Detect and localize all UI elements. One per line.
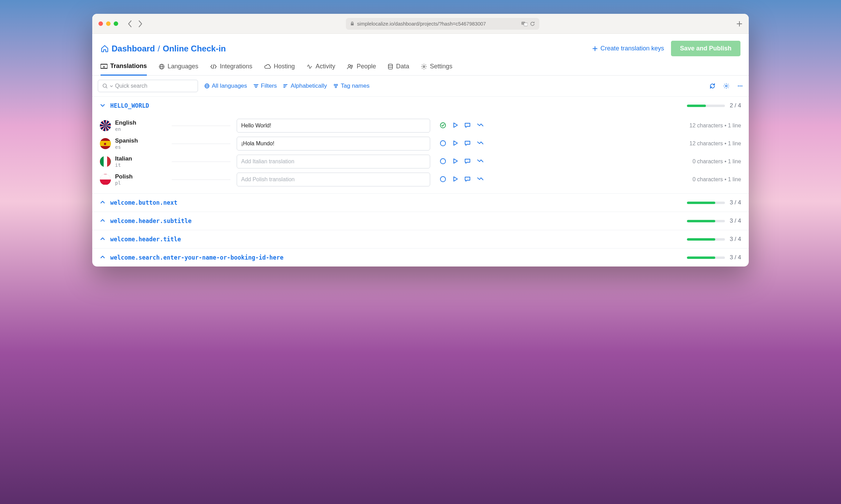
play-icon[interactable] (452, 122, 458, 129)
translation-input[interactable] (237, 119, 430, 133)
tab-translations[interactable]: A Translations (101, 62, 147, 76)
comment-icon[interactable] (464, 122, 471, 129)
comment-icon[interactable] (464, 176, 471, 183)
language-name: Polish (115, 173, 133, 180)
play-icon[interactable] (452, 176, 458, 183)
filter-filters[interactable]: Filters (253, 83, 277, 89)
globe-icon (159, 64, 165, 70)
svg-point-14 (336, 84, 338, 86)
progress-count: 3 / 4 (730, 199, 741, 206)
translation-input[interactable] (237, 155, 430, 168)
settings-icon[interactable] (723, 83, 729, 89)
close-window-button[interactable] (98, 21, 103, 26)
svg-point-7 (351, 65, 353, 67)
key-header[interactable]: welcome.button.next 3 / 4 (92, 194, 749, 212)
svg-point-8 (388, 64, 393, 66)
comment-icon[interactable] (464, 158, 471, 165)
tab-languages[interactable]: Languages (159, 62, 198, 75)
translation-row: English en 12 characters • 1 line (100, 117, 741, 135)
tab-integrations[interactable]: Integrations (210, 62, 252, 75)
status-complete-icon[interactable] (440, 122, 446, 129)
key-header[interactable]: HELLO_WORLD 2 / 4 (92, 97, 749, 115)
translation-input[interactable] (237, 137, 430, 151)
status-pending-icon[interactable] (440, 140, 446, 147)
svg-point-22 (441, 158, 446, 164)
language-code: it (115, 162, 132, 168)
language-name: Italian (115, 155, 132, 162)
code-icon (210, 64, 217, 69)
comment-icon[interactable] (464, 140, 471, 147)
activity-icon (306, 64, 313, 69)
svg-point-23 (441, 176, 446, 182)
divider (172, 126, 230, 126)
translate-icon[interactable] (521, 21, 528, 27)
svg-point-16 (726, 85, 727, 87)
key-header[interactable]: welcome.header.subtitle 3 / 4 (92, 212, 749, 230)
key-header[interactable]: welcome.search.enter-your-name-or-bookin… (92, 249, 749, 266)
history-icon[interactable] (477, 158, 484, 165)
search-input[interactable] (115, 83, 193, 89)
tab-data[interactable]: Data (388, 62, 409, 75)
history-icon[interactable] (477, 176, 484, 183)
minimize-window-button[interactable] (106, 21, 111, 26)
progress-bar (687, 202, 725, 204)
search-icon (102, 83, 108, 89)
filter-all-languages[interactable]: All languages (204, 83, 247, 89)
translation-row: Italian it 0 characters • 1 line (100, 153, 741, 171)
char-count: 0 characters • 1 line (675, 158, 741, 165)
svg-point-21 (441, 140, 446, 146)
key-name: welcome.button.next (110, 199, 177, 206)
progress-bar (687, 220, 725, 222)
progress-bar (687, 105, 725, 107)
chevron-up-icon (100, 218, 105, 224)
key-group: welcome.search.enter-your-name-or-bookin… (92, 248, 749, 266)
chevron-down-icon (110, 85, 113, 88)
breadcrumb-project[interactable]: Online Check-in (163, 44, 226, 54)
search-box[interactable] (98, 80, 198, 92)
row-actions (440, 158, 484, 165)
refresh-icon[interactable] (709, 83, 716, 89)
tab-hosting[interactable]: Hosting (264, 62, 295, 75)
translation-input[interactable] (237, 173, 430, 186)
language-name: English (115, 119, 136, 126)
app-header: Dashboard / Online Check-in Create trans… (92, 34, 749, 56)
nav-tabs: A Translations Languages Integrations Ho… (92, 56, 749, 76)
tab-people[interactable]: People (347, 62, 376, 75)
tab-activity[interactable]: Activity (306, 62, 335, 75)
filter-tag-names[interactable]: Tag names (333, 83, 369, 89)
home-icon[interactable] (101, 45, 109, 53)
progress-count: 3 / 4 (730, 217, 741, 224)
svg-point-9 (423, 66, 425, 67)
key-name: welcome.search.enter-your-name-or-bookin… (110, 254, 284, 261)
history-icon[interactable] (477, 140, 484, 147)
play-icon[interactable] (452, 158, 458, 165)
reload-icon[interactable] (530, 21, 535, 27)
key-header[interactable]: welcome.header.title 3 / 4 (92, 230, 749, 248)
key-name: HELLO_WORLD (110, 102, 149, 109)
filter-sort-alpha[interactable]: Alphabetically (283, 83, 327, 89)
save-publish-button[interactable]: Save and Publish (671, 41, 740, 56)
flag-it-icon (100, 156, 111, 167)
maximize-window-button[interactable] (114, 21, 118, 26)
breadcrumb-root[interactable]: Dashboard (112, 44, 155, 54)
globe-icon (204, 83, 210, 89)
history-icon[interactable] (477, 123, 484, 129)
status-pending-icon[interactable] (440, 176, 446, 183)
create-keys-button[interactable]: Create translation keys (592, 45, 664, 52)
play-icon[interactable] (452, 140, 458, 147)
chevron-up-icon (100, 254, 105, 261)
breadcrumb-sep: / (158, 44, 160, 54)
more-icon[interactable] (737, 83, 743, 89)
people-icon (347, 64, 354, 69)
back-icon[interactable] (128, 20, 133, 27)
forward-icon[interactable] (138, 20, 142, 27)
status-pending-icon[interactable] (440, 158, 446, 165)
translations-icon: A (101, 63, 107, 69)
char-count: 0 characters • 1 line (675, 176, 741, 183)
new-tab-icon[interactable] (736, 21, 743, 27)
progress-bar (687, 238, 725, 241)
tab-settings[interactable]: Settings (421, 62, 452, 75)
svg-point-17 (738, 85, 739, 86)
gear-icon (421, 64, 427, 70)
address-bar[interactable]: simplelocalize.io/dashboard/projects/?ha… (346, 18, 539, 30)
